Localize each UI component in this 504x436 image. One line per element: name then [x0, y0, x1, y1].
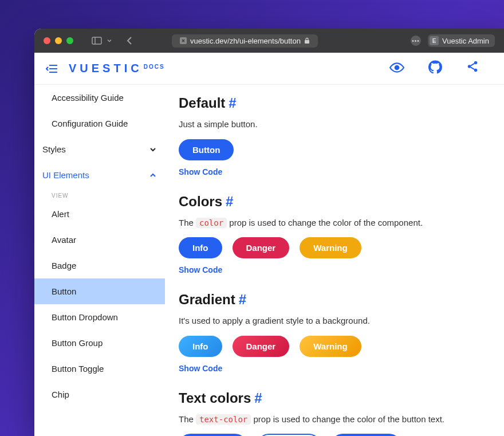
sidebar-group-label: VIEW: [34, 188, 165, 201]
svg-point-7: [395, 65, 399, 69]
logo-suffix: DOCS: [144, 64, 165, 70]
sidebar-subitem[interactable]: Button Toggle: [34, 356, 165, 382]
close-icon[interactable]: [44, 37, 50, 44]
sidebar-item[interactable]: Accessibility Guide: [34, 85, 165, 111]
sidebar-top: Accessibility GuideConfiguration Guide: [34, 85, 165, 136]
collapse-sidebar-icon[interactable]: [46, 64, 58, 74]
close-small-icon[interactable]: [180, 37, 187, 44]
share-icon[interactable]: [466, 60, 479, 77]
app-header: VUESTIC DOCS: [34, 53, 504, 85]
heading-colors: Colors #: [179, 194, 490, 210]
sidebar-subitem[interactable]: Button Group: [34, 330, 165, 356]
titlebar: vuestic.dev/zh/ui-elements/button ••• E …: [34, 29, 504, 53]
section-default: Default # Just a simple button. Button S…: [179, 95, 490, 176]
sidebar-subitem[interactable]: Chip: [34, 382, 165, 407]
demo-button[interactable]: Info: [179, 336, 222, 357]
maximize-icon[interactable]: [66, 37, 73, 44]
desc-post: prop is used to change the color of the …: [253, 414, 444, 424]
demo-button[interactable]: Info: [179, 237, 222, 258]
heading-default: Default #: [179, 95, 490, 111]
svg-point-8: [474, 61, 478, 64]
sidebar-subitem[interactable]: Button: [34, 278, 165, 304]
main-content: Default # Just a simple button. Button S…: [165, 85, 504, 436]
description: The text-color prop is used to change th…: [179, 413, 490, 426]
svg-point-9: [468, 65, 471, 68]
extension-pill[interactable]: E Vuestic Admin: [428, 34, 495, 47]
heading-text: Gradient: [179, 292, 235, 308]
heading-textcolors: Text colors #: [179, 390, 490, 406]
section-colors: Colors # The color prop is used to chang…: [179, 194, 490, 275]
sidebar-toggle-icon[interactable]: [92, 37, 102, 45]
chevron-down-icon: [149, 146, 157, 154]
heading-gradient: Gradient #: [179, 292, 490, 308]
anchor-link[interactable]: #: [239, 292, 246, 308]
button-row: Button: [179, 139, 490, 160]
sidebar: Accessibility GuideConfiguration Guide S…: [34, 85, 165, 436]
sidebar-subitem[interactable]: Button Dropdown: [34, 304, 165, 330]
button-row: InfoDangerWarning: [179, 336, 490, 357]
logo[interactable]: VUESTIC DOCS: [69, 62, 165, 75]
sidebar-subitem[interactable]: Alert: [34, 201, 165, 227]
description: The color prop is used to change the col…: [179, 217, 490, 230]
sidebar-subitem[interactable]: Avatar: [34, 227, 165, 253]
github-icon[interactable]: [428, 60, 442, 77]
button-row: InfoDangerWarning: [179, 237, 490, 258]
code-inline: text-color: [196, 414, 251, 425]
section-textcolors: Text colors # The text-color prop is use…: [179, 390, 490, 437]
url-text: vuestic.dev/zh/ui-elements/button: [190, 37, 301, 45]
demo-button[interactable]: Button: [179, 139, 234, 160]
header-actions: [389, 60, 493, 77]
heading-text: Default: [179, 95, 225, 111]
chevron-down-icon[interactable]: [107, 38, 112, 44]
demo-button[interactable]: Red text: [257, 434, 321, 436]
section-label: Styles: [42, 144, 66, 154]
window-controls: [44, 37, 73, 44]
logo-text: VUESTIC: [69, 62, 143, 75]
sidebar-subitems: AlertAvatarBadgeButtonButton DropdownBut…: [34, 201, 165, 407]
desc-pre: The: [179, 218, 196, 227]
svg-point-10: [474, 68, 478, 72]
back-icon[interactable]: [126, 36, 133, 45]
desc-pre: The: [179, 414, 196, 424]
description: It's used to apply a gradient style to a…: [179, 315, 490, 328]
code-inline: color: [196, 218, 227, 228]
demo-button[interactable]: Danger: [233, 336, 290, 357]
demo-button[interactable]: Black text: [179, 434, 247, 436]
section-gradient: Gradient # It's used to apply a gradient…: [179, 292, 490, 373]
button-row: Black textRed textGreen text: [179, 434, 490, 436]
heading-text: Text colors: [179, 390, 251, 406]
sidebar-section-styles[interactable]: Styles: [34, 136, 165, 162]
anchor-link[interactable]: #: [226, 194, 233, 210]
browser-window: vuestic.dev/zh/ui-elements/button ••• E …: [34, 29, 504, 436]
sidebar-section-ui-elements[interactable]: UI Elements: [34, 162, 165, 188]
demo-button[interactable]: Warning: [300, 237, 361, 258]
extension-label: Vuestic Admin: [442, 37, 489, 45]
section-label: UI Elements: [42, 170, 89, 180]
demo-button[interactable]: Warning: [300, 336, 361, 357]
demo-button[interactable]: Danger: [233, 237, 290, 258]
heading-text: Colors: [179, 194, 222, 210]
chevron-up-icon: [149, 171, 157, 179]
toolbar-nav-group: [92, 36, 133, 45]
sidebar-item[interactable]: Configuration Guide: [34, 111, 165, 136]
extension-badge-icon: E: [430, 36, 439, 45]
url-bar[interactable]: vuestic.dev/zh/ui-elements/button: [172, 34, 318, 48]
eye-icon[interactable]: [389, 60, 404, 77]
svg-rect-0: [92, 37, 101, 44]
more-icon[interactable]: •••: [411, 36, 421, 46]
anchor-link[interactable]: #: [254, 390, 262, 406]
description: Just a simple button.: [179, 118, 490, 131]
minimize-icon[interactable]: [55, 37, 62, 44]
demo-button[interactable]: Green text: [331, 434, 401, 436]
show-code-link[interactable]: Show Code: [179, 167, 490, 176]
lock-icon: [304, 37, 310, 44]
anchor-link[interactable]: #: [229, 95, 236, 111]
show-code-link[interactable]: Show Code: [179, 265, 490, 274]
desc-post: prop is used to change the color of the …: [229, 218, 423, 227]
show-code-link[interactable]: Show Code: [179, 364, 490, 373]
sidebar-subitem[interactable]: Badge: [34, 253, 165, 278]
svg-rect-3: [305, 40, 309, 44]
